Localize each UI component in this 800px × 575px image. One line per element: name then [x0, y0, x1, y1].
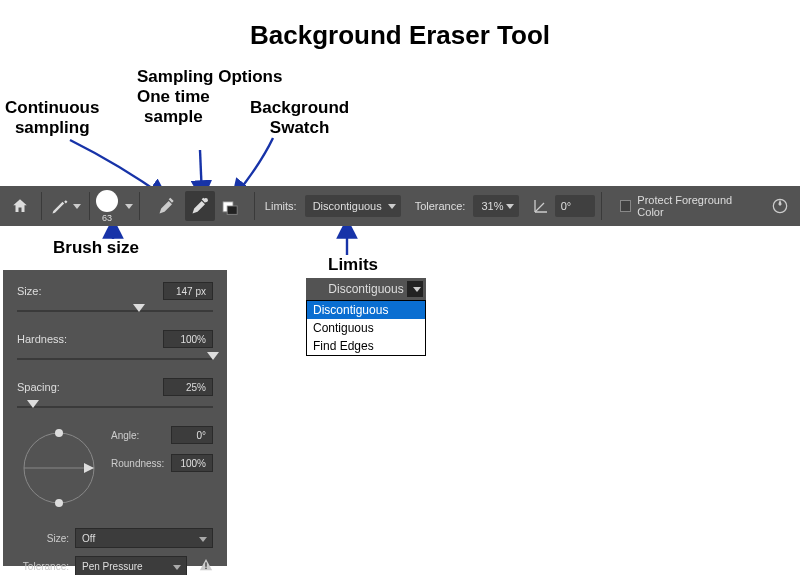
chevron-down-icon — [506, 204, 514, 209]
brush-circle-icon — [96, 190, 118, 212]
size-mode-select[interactable]: Off — [75, 528, 213, 548]
chevron-down-icon — [199, 537, 207, 542]
annotation-sampling-options: Sampling Options — [137, 67, 282, 87]
page-title: Background Eraser Tool — [0, 20, 800, 51]
annotation-background-swatch: Background Swatch — [250, 98, 349, 137]
spacing-label: Spacing: — [17, 381, 60, 393]
limits-option[interactable]: Find Edges — [307, 337, 425, 355]
tolerance-mode-select[interactable]: Pen Pressure — [75, 556, 187, 575]
separator — [41, 192, 42, 220]
size-slider[interactable] — [17, 302, 213, 320]
protect-foreground-label: Protect Foreground Color — [637, 194, 757, 218]
limits-dropdown-selected[interactable]: Discontiguous — [306, 278, 426, 300]
warning-icon — [199, 558, 213, 574]
limits-value: Discontiguous — [313, 200, 382, 212]
tolerance-mode-label: Tolerance: — [17, 561, 69, 572]
brush-size-number: 63 — [102, 213, 112, 223]
separator — [601, 192, 602, 220]
tool-icon-button[interactable] — [48, 191, 83, 221]
svg-rect-9 — [205, 562, 206, 566]
roundness-label: Roundness: — [111, 458, 164, 469]
angle-icon — [531, 191, 550, 221]
svg-point-6 — [55, 429, 63, 437]
svg-rect-10 — [205, 568, 206, 569]
limits-select[interactable]: Discontiguous — [305, 195, 401, 217]
sampling-continuous-button[interactable] — [152, 191, 182, 221]
spacing-input[interactable]: 25% — [163, 378, 213, 396]
size-mode-label: Size: — [17, 533, 69, 544]
svg-marker-8 — [84, 463, 94, 473]
angle-input[interactable]: 0° — [555, 195, 595, 217]
angle-input[interactable]: 0° — [171, 426, 213, 444]
limits-option[interactable]: Discontiguous — [307, 301, 425, 319]
annotation-brush-size: Brush size — [53, 238, 139, 258]
chevron-down-icon — [73, 204, 81, 209]
brush-preview-button[interactable]: 63 — [96, 190, 133, 223]
angle-label: Angle: — [111, 430, 139, 441]
size-input[interactable]: 147 px — [163, 282, 213, 300]
chevron-down-icon — [125, 204, 133, 209]
chevron-down-icon — [173, 565, 181, 570]
separator — [89, 192, 90, 220]
sampling-background-swatch-button[interactable] — [218, 191, 248, 221]
tolerance-value: 31% — [481, 200, 503, 212]
hardness-input[interactable]: 100% — [163, 330, 213, 348]
limits-dropdown: Discontiguous Discontiguous Contiguous F… — [306, 278, 426, 356]
separator — [139, 192, 140, 220]
annotation-limits: Limits — [328, 255, 378, 275]
chevron-down-icon — [413, 287, 421, 292]
hardness-slider[interactable] — [17, 350, 213, 368]
annotation-continuous-sampling: Continuous sampling — [5, 98, 99, 137]
protect-foreground-checkbox[interactable]: Protect Foreground Color — [620, 194, 757, 218]
annotation-one-time-sample: One time sample — [137, 87, 210, 126]
svg-rect-2 — [227, 206, 237, 214]
limits-dropdown-list: Discontiguous Contiguous Find Edges — [306, 300, 426, 356]
pressure-toggle-button[interactable] — [765, 191, 794, 221]
svg-point-7 — [55, 499, 63, 507]
hardness-label: Hardness: — [17, 333, 67, 345]
checkbox-icon — [620, 200, 632, 212]
chevron-down-icon — [388, 204, 396, 209]
limits-label: Limits: — [265, 200, 297, 212]
brush-options-panel: Size: 147 px Hardness: 100% Spacing: 25% — [3, 270, 227, 566]
home-button[interactable] — [6, 191, 35, 221]
roundness-input[interactable]: 100% — [171, 454, 213, 472]
tolerance-select[interactable]: 31% — [473, 195, 519, 217]
options-toolbar: 63 Limits: Discontiguous Tolerance: 31% … — [0, 186, 800, 226]
limits-option[interactable]: Contiguous — [307, 319, 425, 337]
size-label: Size: — [17, 285, 41, 297]
brush-angle-preview[interactable] — [17, 426, 101, 510]
separator — [254, 192, 255, 220]
tolerance-label: Tolerance: — [415, 200, 466, 212]
spacing-slider[interactable] — [17, 398, 213, 416]
sampling-once-button[interactable] — [185, 191, 215, 221]
svg-point-0 — [204, 198, 208, 202]
